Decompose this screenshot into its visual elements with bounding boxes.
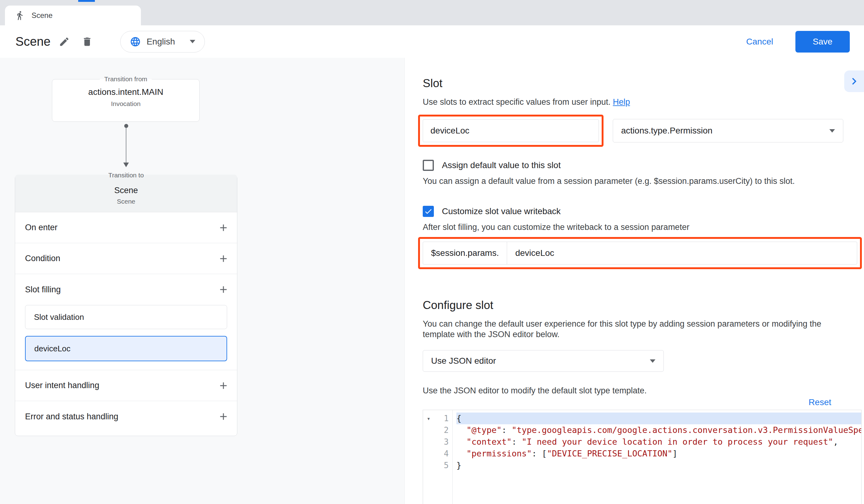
section-label: On enter <box>25 223 58 232</box>
walking-person-icon <box>15 11 25 20</box>
writeback-prefix: $session.params. <box>423 242 507 264</box>
configure-description: You can change the default user experien… <box>423 319 849 340</box>
flow-connector-arrow <box>124 124 128 167</box>
editor-line[interactable]: "context": "I need your device location … <box>456 436 861 448</box>
slot-item-deviceloc[interactable]: deviceLoc <box>25 336 227 361</box>
transition-from-card[interactable]: Transition from actions.intent.MAIN Invo… <box>52 75 200 122</box>
language-selector[interactable]: English <box>120 31 205 52</box>
slot-section-title: Slot <box>423 77 849 90</box>
cancel-button[interactable]: Cancel <box>746 37 773 47</box>
json-string-token: "type.googleapis.com/google.actions.conv… <box>512 425 861 435</box>
editor-gutter-line[interactable]: 4 <box>423 448 452 459</box>
writeback-checkbox[interactable] <box>423 206 434 217</box>
json-string-token: "DEVICE_PRECISE_LOCATION" <box>547 449 672 458</box>
json-string-token: "I need your device location in order to… <box>521 437 833 446</box>
scene-flow-panel: Transition from actions.intent.MAIN Invo… <box>0 58 405 504</box>
section-row-on-enter[interactable]: On enter <box>15 212 237 243</box>
slot-description-text: Use slots to extract specific values fro… <box>423 97 611 107</box>
intent-name: actions.intent.MAIN <box>88 87 164 97</box>
json-punct-token: } <box>456 460 461 470</box>
json-string-token: "permissions" <box>467 449 532 458</box>
json-punct-token: : [ <box>532 449 547 458</box>
writeback-value-input[interactable]: deviceLoc <box>507 242 857 264</box>
trash-icon <box>82 36 93 47</box>
slot-editor-panel: Slot Use slots to extract specific value… <box>405 58 864 504</box>
json-punct-token <box>456 449 467 458</box>
editor-line[interactable]: { <box>456 412 861 424</box>
caret-down-icon <box>829 129 835 133</box>
annotation-highlight-slot-name: deviceLoc <box>418 115 603 147</box>
intent-subtitle: Invocation <box>111 100 141 108</box>
scene-name: Scene <box>15 186 237 195</box>
scene-subtitle: Scene <box>15 198 237 205</box>
editor-mode-select[interactable]: Use JSON editor <box>423 350 664 372</box>
save-button[interactable]: Save <box>795 31 850 52</box>
slot-type-select[interactable]: actions.type.Permission <box>613 119 843 142</box>
slot-name-input[interactable]: deviceLoc <box>423 119 599 142</box>
transition-to-card: Transition to Scene Scene On enter Condi… <box>15 171 237 436</box>
editor-gutter-line[interactable]: ▾1 <box>423 412 452 424</box>
slot-type-value: actions.type.Permission <box>621 126 712 136</box>
slot-item-validation[interactable]: Slot validation <box>25 305 227 329</box>
json-string-token: "@type" <box>467 425 502 435</box>
editor-line[interactable]: } <box>456 459 861 471</box>
editor-line[interactable]: "@type": "type.googleapis.com/google.act… <box>456 424 861 436</box>
json-punct-token: : <box>502 425 512 435</box>
section-row-user-intent[interactable]: User intent handling <box>15 370 237 401</box>
collapse-panel-button[interactable] <box>844 70 864 92</box>
slot-description: Use slots to extract specific values fro… <box>423 97 849 107</box>
editor-code-area[interactable]: { "@type": "type.googleapis.com/google.a… <box>453 410 861 504</box>
section-label: Slot filling <box>25 285 61 295</box>
default-value-checkbox[interactable] <box>423 160 434 171</box>
globe-icon <box>130 36 141 47</box>
json-editor[interactable]: ▾12345 { "@type": "type.googleapis.com/g… <box>423 410 862 504</box>
json-punct-token: { <box>456 413 461 423</box>
tab-bar: Scene <box>0 0 864 25</box>
line-number: 2 <box>434 425 452 435</box>
chevron-right-icon <box>847 74 861 88</box>
json-punct-token: : <box>512 437 522 446</box>
pencil-icon <box>59 36 70 47</box>
editor-line[interactable]: "permissions": ["DEVICE_PRECISE_LOCATION… <box>456 448 861 459</box>
help-link[interactable]: Help <box>613 97 630 107</box>
fold-toggle-icon[interactable]: ▾ <box>423 415 434 422</box>
plus-icon[interactable] <box>218 411 229 422</box>
transition-from-label: Transition from <box>100 75 152 83</box>
caret-down-icon <box>650 359 656 363</box>
section-label: User intent handling <box>25 381 99 390</box>
section-row-slot-filling[interactable]: Slot filling <box>15 274 237 305</box>
section-row-error-status[interactable]: Error and status handling <box>15 401 237 432</box>
plus-icon[interactable] <box>218 222 229 233</box>
plus-icon[interactable] <box>218 284 229 295</box>
tab-scene[interactable]: Scene <box>5 5 141 25</box>
reset-link[interactable]: Reset <box>809 397 831 407</box>
top-accent-strip <box>78 0 95 2</box>
page-title: Scene <box>15 35 50 49</box>
default-value-helper: You can assign a default value from a se… <box>423 177 849 186</box>
plus-icon[interactable] <box>218 253 229 264</box>
section-row-condition[interactable]: Condition <box>15 243 237 274</box>
annotation-highlight-writeback: $session.params. deviceLoc <box>418 237 862 269</box>
delete-scene-button[interactable] <box>78 33 96 51</box>
editor-gutter-line[interactable]: 5 <box>423 459 452 471</box>
json-punct-token <box>456 437 467 446</box>
line-number: 1 <box>434 414 452 423</box>
line-number: 4 <box>434 449 452 458</box>
json-punct-token <box>456 425 467 435</box>
caret-down-icon <box>190 40 195 43</box>
json-string-token: "context" <box>467 437 512 446</box>
section-label: Error and status handling <box>25 412 118 421</box>
edit-scene-button[interactable] <box>55 33 73 51</box>
default-value-label: Assign default value to this slot <box>442 160 561 170</box>
scene-card-header[interactable]: Scene Scene <box>15 175 237 212</box>
editor-gutter-line[interactable]: 2 <box>423 424 452 436</box>
line-number: 3 <box>434 437 452 446</box>
editor-gutter-line[interactable]: 3 <box>423 436 452 448</box>
plus-icon[interactable] <box>218 380 229 391</box>
transition-to-label: Transition to <box>104 171 148 179</box>
language-label: English <box>146 37 175 47</box>
writeback-helper: After slot filling, you can customize th… <box>423 223 849 232</box>
json-punct-token: , <box>833 437 838 446</box>
editor-hint: Use the JSON editor to modify the defaul… <box>423 386 849 396</box>
page-header: Scene English Cancel Save <box>0 25 864 58</box>
